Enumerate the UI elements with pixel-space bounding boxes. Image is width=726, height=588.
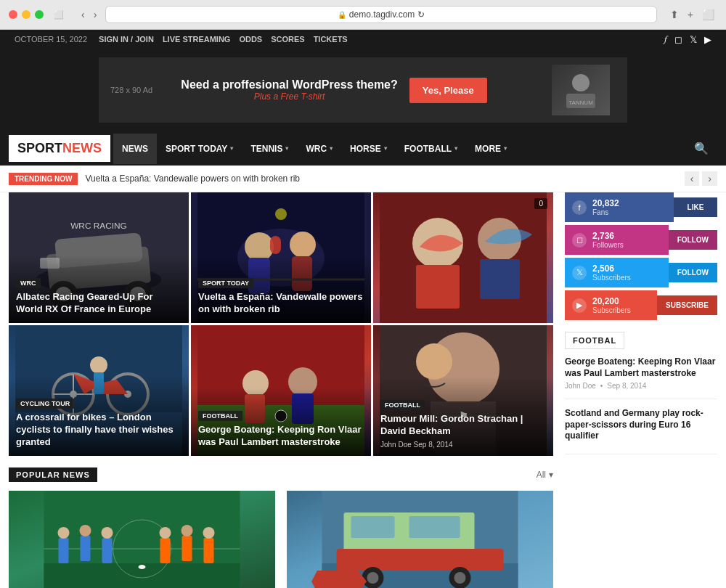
ig-follow-button[interactable]: FOLLOW [669,230,717,250]
live-streaming-link[interactable]: LIVE STREAMING [163,35,231,44]
refresh-icon: ↻ [417,9,425,20]
minimize-button[interactable] [22,10,30,19]
svg-point-48 [416,343,452,380]
svg-point-55 [58,527,70,539]
svg-point-61 [160,527,171,539]
main-nav: SPORTNEWS NEWS SPORT TODAY▾ TENNIS▾ WRC▾… [0,131,726,166]
tabs-button[interactable]: ⬜ [699,7,717,22]
facebook-icon-top[interactable]: 𝑓 [664,33,667,45]
back-button[interactable]: ‹ [78,7,88,22]
yt-subscribe-button[interactable]: SUBSCRIBE [657,295,717,315]
card-count: 0 [534,198,547,209]
ad-banner: 728 x 90 Ad Need a proffesional WordPres… [0,49,726,131]
social-icons-top: 𝑓 ◻ 𝕏 ▶ [664,33,711,45]
card-category: Cycling tour [16,399,74,409]
ad-cta-button[interactable]: Yes, Please [409,78,487,103]
url-text: demo.tagdiv.com [349,9,415,20]
instagram-follow-row[interactable]: ◻ 2,736 Followers FOLLOW [565,225,717,255]
nav-item-wrc[interactable]: WRC▾ [297,134,341,164]
popular-card-baldini[interactable]: Football 0 Baldini under pressure as Spu… [9,491,275,588]
browser-actions: ⬆ + ⬜ [667,7,717,22]
popular-card-image: Football 0 [9,491,275,588]
forward-button[interactable]: › [91,7,100,22]
filter-arrow-icon: ▾ [549,470,553,480]
chevron-down-icon: ▾ [330,145,333,152]
instagram-icon-top[interactable]: ◻ [674,34,682,45]
twitter-follow-row[interactable]: 𝕏 2,506 Subscribers FOLLOW [565,258,717,287]
svg-point-59 [102,527,113,539]
youtube-icon-top[interactable]: ▶ [704,34,711,45]
svg-point-65 [203,527,215,539]
svg-rect-22 [380,192,547,323]
svg-rect-62 [182,536,192,561]
ad-sub: Plus a Free T-shirt [181,91,397,102]
nav-item-tennis[interactable]: TENNIS▾ [242,134,297,164]
ig-count: 2,736 [592,231,624,241]
ad-box: 728 x 90 Ad Need a proffesional WordPres… [99,57,627,123]
browser-controls: ‹ › [78,7,99,22]
nav-item-news[interactable]: NEWS [113,134,157,164]
fullscreen-button[interactable] [35,10,44,19]
youtube-follow-row[interactable]: ▶ 20,200 Subscribers SUBSCRIBE [565,290,717,320]
tickets-link[interactable]: TICKETS [314,35,348,44]
new-tab-button[interactable]: + [685,7,696,22]
search-button[interactable]: 🔍 [685,131,717,166]
address-bar[interactable]: 🔒 demo.tagdiv.com ↻ [105,6,656,23]
sign-in-link[interactable]: SIGN IN / JOIN [99,35,154,44]
lock-icon: 🔒 [338,11,346,19]
svg-point-17 [290,232,316,258]
hero-card-boxing[interactable]: Sport today Vuelta a España: Vandewalle … [191,192,371,323]
ad-size-label: 728 x 90 Ad [110,86,152,94]
separator: • [600,382,603,390]
youtube-icon: ▶ [572,298,587,313]
yt-label: Subscribers [592,306,631,314]
card-title: Rumour Mill: Gordon Strachan | David Bec… [380,413,546,438]
tw-follow-button[interactable]: FOLLOW [669,263,717,282]
hero-card-football-match[interactable]: Football George Boateng: Keeping Ron Vla… [191,325,371,456]
hero-card-cycling[interactable]: Cycling tour A crossrail for bikes – Lon… [9,325,189,456]
football-article-title-0[interactable]: George Boateng: Keeping Ron Vlaar was Pa… [565,356,717,379]
svg-rect-58 [102,538,113,563]
nav-item-horse[interactable]: HORSE▾ [341,134,396,164]
filter-label: All [537,470,546,480]
facebook-icon: f [572,200,587,215]
window-icon[interactable]: ⬜ [49,9,68,21]
football-article-meta-0: John Doe • Sep 8, 2014 [565,382,717,390]
card-category: WRC [16,278,41,288]
svg-point-63 [182,525,193,536]
football-article-1: Scotland and Germany play rock-paper-sci… [565,408,717,454]
twitter-icon: 𝕏 [572,266,587,280]
share-button[interactable]: ⬆ [667,7,682,22]
svg-point-75 [367,572,379,584]
trending-next-button[interactable]: › [702,171,717,186]
yt-row-left: ▶ 20,200 Subscribers [565,290,657,320]
popular-card-rally[interactable]: WRC 1 VIDEO: Neil Simpson impresses at B… [287,491,553,588]
fb-row-left: f 20,832 Fans [565,192,674,222]
trending-prev-button[interactable]: ‹ [685,171,700,186]
card-title: Vuelta a España: Vandewalle powers on wi… [198,291,364,316]
top-bar-links: SIGN IN / JOIN LIVE STREAMING ODDS SCORE… [99,35,348,44]
popular-grid: Football 0 Baldini under pressure as Spu… [9,491,553,588]
svg-text:TANNUM: TANNUM [568,99,593,106]
nav-item-more[interactable]: MORE▾ [466,134,515,164]
facebook-follow-row[interactable]: f 20,832 Fans LIKE [565,192,717,222]
popular-news-title: POPULAR NEWS [9,467,97,482]
scores-link[interactable]: SCORES [271,35,304,44]
hero-card-fans[interactable]: 0 [373,192,553,323]
odds-link[interactable]: ODDS [239,35,262,44]
hero-card-rumour[interactable]: ⚑ Football Rumour Mill: Gordon Strachan … [373,325,553,456]
twitter-icon-top[interactable]: 𝕏 [690,34,697,45]
nav-item-sport-today[interactable]: SPORT TODAY▾ [157,134,242,164]
site-logo[interactable]: SPORTNEWS [9,135,110,162]
close-button[interactable] [9,10,17,19]
filter-dropdown[interactable]: All ▾ [537,470,553,480]
fb-like-button[interactable]: LIKE [674,197,717,217]
date: Sep 8, 2014 [607,382,646,390]
social-follow-widget: f 20,832 Fans LIKE ◻ 2,736 Follow [565,192,717,320]
football-article-title-1[interactable]: Scotland and Germany play rock-paper-sci… [565,408,717,442]
hero-card-wrc[interactable]: WRC RACING WRC Albatec Racing Geared-Up … [9,192,189,323]
trending-bar: TRENDING NOW Vuelta a España: Vandewalle… [0,166,726,192]
chevron-down-icon: ▾ [230,145,233,152]
nav-item-football[interactable]: FOOTBALL▾ [396,134,466,164]
card-title: A crossrail for bikes – London cyclists … [16,412,182,449]
